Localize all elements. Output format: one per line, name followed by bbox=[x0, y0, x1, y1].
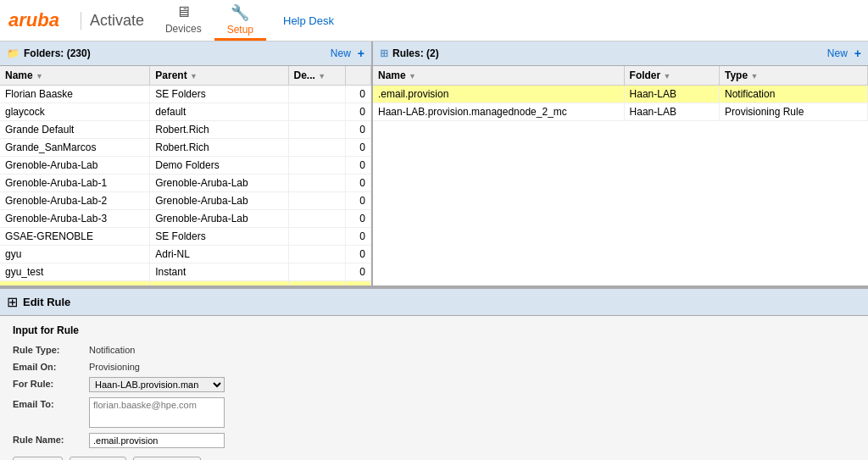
folders-actions: New + bbox=[331, 47, 364, 60]
table-row[interactable]: .email.provision Haan-LAB Notification bbox=[373, 86, 868, 103]
rules-actions: New + bbox=[827, 47, 861, 60]
table-row[interactable]: Grande Default Robert.Rich 0 bbox=[0, 121, 371, 139]
folder-parent-cell: Demo Folders bbox=[150, 157, 288, 175]
rule-name-input[interactable] bbox=[89, 433, 225, 448]
col-rule-folder[interactable]: Folder ▼ bbox=[624, 66, 719, 86]
folder-name-cell: gyu_test bbox=[0, 263, 150, 281]
folder-parent-cell: Grenoble-Aruba-Lab bbox=[150, 192, 288, 210]
edit-rule-icon: ⊞ bbox=[7, 294, 18, 310]
table-row[interactable]: Florian Baaske SE Folders 0 bbox=[0, 86, 371, 103]
col-parent[interactable]: Parent ▼ bbox=[150, 66, 288, 86]
folder-count-cell: 1 bbox=[346, 281, 371, 286]
folder-name-cell: Grenoble-Aruba-Lab bbox=[0, 157, 150, 175]
rule-type-value: Notification bbox=[89, 343, 135, 355]
folder-parent-cell: Haan-MD bbox=[150, 281, 288, 286]
folder-de-cell bbox=[288, 139, 346, 157]
folder-de-cell bbox=[288, 175, 346, 192]
for-rule-label: For Rule: bbox=[13, 377, 89, 389]
folder-de-cell bbox=[288, 103, 346, 121]
table-row[interactable]: glaycock default 0 bbox=[0, 103, 371, 121]
folder-de-cell bbox=[288, 210, 346, 228]
done-button[interactable]: Done bbox=[13, 457, 63, 460]
folder-de-cell bbox=[288, 121, 346, 139]
tab-devices-label: Devices bbox=[165, 23, 202, 35]
table-row[interactable]: Grenoble-Aruba-Lab-3 Grenoble-Aruba-Lab … bbox=[0, 210, 371, 228]
folders-new-link[interactable]: New bbox=[331, 47, 351, 59]
folder-count-cell: 0 bbox=[346, 103, 371, 121]
top-panels: 📁 Folders: (230) New + Name ▼ Parent ▼ D… bbox=[0, 42, 868, 287]
rules-panel-header: ⊞ Rules: (2) New + bbox=[373, 42, 868, 66]
rule-folder-cell: Haan-LAB bbox=[624, 86, 719, 103]
folder-de-cell bbox=[288, 228, 346, 246]
table-row[interactable]: Grenoble-Aruba-Lab-2 Grenoble-Aruba-Lab … bbox=[0, 192, 371, 210]
table-row[interactable]: Grande_SanMarcos Robert.Rich 0 bbox=[0, 139, 371, 157]
folder-parent-cell: Instant bbox=[150, 263, 288, 281]
rules-new-link[interactable]: New bbox=[827, 47, 848, 59]
folder-de-cell bbox=[288, 86, 346, 103]
table-row[interactable]: GSAE-GRENOBLE SE Folders 0 bbox=[0, 228, 371, 246]
email-to-label: Email To: bbox=[13, 397, 89, 409]
app-header: aruba Activate 🖥 Devices 🔧 Setup Help De… bbox=[0, 0, 868, 42]
folder-icon: 📁 bbox=[7, 47, 19, 59]
folder-count-cell: 0 bbox=[346, 263, 371, 281]
main-content: 📁 Folders: (230) New + Name ▼ Parent ▼ D… bbox=[0, 42, 868, 460]
rule-folder-cell: Haan-LAB bbox=[624, 103, 719, 121]
rules-table-header: Name ▼ Folder ▼ Type ▼ bbox=[373, 66, 868, 86]
helpdesk-link[interactable]: Help Desk bbox=[283, 14, 334, 27]
rules-plus-button[interactable]: + bbox=[854, 47, 861, 60]
setup-icon: 🔧 bbox=[231, 3, 249, 22]
folder-count-cell: 0 bbox=[346, 192, 371, 210]
table-row[interactable]: Grenoble-Aruba-Lab Demo Folders 0 bbox=[0, 157, 371, 175]
folder-parent-cell: Robert.Rich bbox=[150, 121, 288, 139]
cancel-button[interactable]: Cancel bbox=[70, 457, 126, 460]
folder-de-cell bbox=[288, 263, 346, 281]
folder-name-cell: gyu bbox=[0, 246, 150, 263]
tab-setup-label: Setup bbox=[227, 24, 253, 36]
folders-table: Name ▼ Parent ▼ De... ▼ Florian Baaske S… bbox=[0, 66, 371, 285]
folder-de-cell bbox=[288, 192, 346, 210]
folder-count-cell: 0 bbox=[346, 86, 371, 103]
tab-devices[interactable]: 🖥 Devices bbox=[153, 0, 214, 41]
folders-panel-header: 📁 Folders: (230) New + bbox=[0, 42, 371, 66]
edit-rule-title: Edit Rule bbox=[23, 296, 70, 308]
folder-count-cell: 0 bbox=[346, 228, 371, 246]
folders-plus-button[interactable]: + bbox=[358, 47, 364, 60]
table-row[interactable]: Haan-LAB.provision.managednode_2_mc Haan… bbox=[373, 103, 868, 121]
folder-name-cell: GSAE-GRENOBLE bbox=[0, 228, 150, 246]
rules-table: Name ▼ Folder ▼ Type ▼ .email.provision … bbox=[373, 66, 868, 121]
logo-text: aruba bbox=[8, 9, 59, 31]
col-count bbox=[346, 66, 371, 86]
table-row[interactable]: Haan-LAB Haan-MD 1 bbox=[0, 281, 371, 286]
folder-count-cell: 0 bbox=[346, 175, 371, 192]
col-rule-type[interactable]: Type ▼ bbox=[720, 66, 868, 86]
rule-name-cell: Haan-LAB.provision.managednode_2_mc bbox=[373, 103, 624, 121]
folder-name-cell: Grande Default bbox=[0, 121, 150, 139]
col-de[interactable]: De... ▼ bbox=[288, 66, 346, 86]
table-row[interactable]: Grenoble-Aruba-Lab-1 Grenoble-Aruba-Lab … bbox=[0, 175, 371, 192]
tab-setup[interactable]: 🔧 Setup bbox=[214, 0, 266, 41]
table-row[interactable]: gyu_test Instant 0 bbox=[0, 263, 371, 281]
col-rule-name[interactable]: Name ▼ bbox=[373, 66, 624, 86]
rules-title: ⊞ Rules: (2) bbox=[380, 47, 439, 59]
folder-de-cell bbox=[288, 246, 346, 263]
table-row[interactable]: gyu Adri-NL 0 bbox=[0, 246, 371, 263]
email-on-label: Email On: bbox=[13, 360, 89, 372]
folder-parent-cell: Robert.Rich bbox=[150, 139, 288, 157]
reorder-button[interactable]: Re-Order bbox=[133, 457, 201, 460]
folders-table-scroll[interactable]: Name ▼ Parent ▼ De... ▼ Florian Baaske S… bbox=[0, 66, 371, 285]
action-buttons: Done Cancel Re-Order bbox=[13, 457, 855, 460]
email-to-textarea[interactable] bbox=[89, 397, 225, 428]
edit-rule-body: Input for Rule Rule Type: Notification E… bbox=[0, 316, 868, 460]
rules-table-body: .email.provision Haan-LAB Notification H… bbox=[373, 86, 868, 121]
folder-de-cell bbox=[288, 281, 346, 286]
activate-label: Activate bbox=[81, 12, 144, 30]
for-rule-select[interactable]: Haan-LAB.provision.man bbox=[89, 377, 225, 392]
rule-name-cell: .email.provision bbox=[373, 86, 624, 103]
folder-parent-cell: Grenoble-Aruba-Lab bbox=[150, 210, 288, 228]
folder-parent-cell: SE Folders bbox=[150, 228, 288, 246]
col-name[interactable]: Name ▼ bbox=[0, 66, 150, 86]
folder-de-cell bbox=[288, 157, 346, 175]
rules-table-scroll[interactable]: Name ▼ Folder ▼ Type ▼ .email.provision … bbox=[373, 66, 868, 285]
edit-rule-header: ⊞ Edit Rule bbox=[0, 289, 868, 316]
folders-table-body: Florian Baaske SE Folders 0 glaycock def… bbox=[0, 86, 371, 286]
